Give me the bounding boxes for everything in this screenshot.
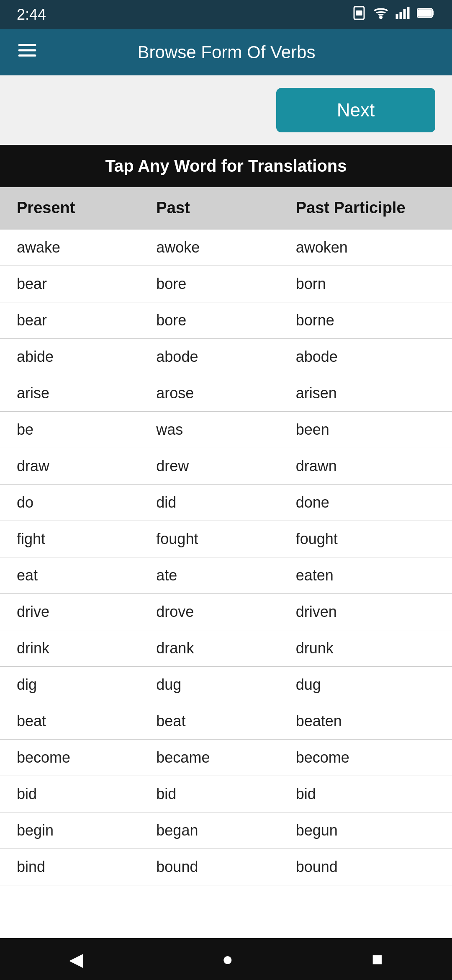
cell-participle: fought	[296, 530, 435, 548]
cell-participle: borne	[296, 312, 435, 329]
cell-present: bear	[17, 312, 156, 329]
table-row[interactable]: drawdrewdrawn	[0, 448, 452, 485]
svg-rect-1	[356, 10, 362, 15]
table-row[interactable]: beatbeatbeaten	[0, 703, 452, 740]
cell-participle: been	[296, 421, 435, 438]
cell-past: drew	[156, 457, 295, 475]
cell-present: begin	[17, 822, 156, 839]
cell-past: ate	[156, 567, 295, 584]
cell-present: draw	[17, 457, 156, 475]
table-row[interactable]: becomebecamebecome	[0, 740, 452, 776]
back-button[interactable]: ◀	[44, 944, 108, 974]
table-row[interactable]: digdugdug	[0, 667, 452, 703]
cell-participle: born	[296, 275, 435, 293]
cell-present: bid	[17, 785, 156, 803]
cell-participle: eaten	[296, 567, 435, 584]
cell-present: become	[17, 749, 156, 766]
page-title: Browse Form Of Verbs	[50, 42, 403, 62]
cell-past: beat	[156, 712, 295, 730]
cell-past: dug	[156, 676, 295, 694]
cell-past: abode	[156, 348, 295, 366]
cell-present: dig	[17, 676, 156, 694]
cell-present: eat	[17, 567, 156, 584]
cell-past: became	[156, 749, 295, 766]
table-row[interactable]: bearboreborn	[0, 266, 452, 302]
col-past: Past	[156, 199, 295, 217]
bottom-nav: ◀ ● ■	[0, 938, 452, 980]
table-row[interactable]: bidbidbid	[0, 776, 452, 812]
table-row[interactable]: drivedrovedriven	[0, 594, 452, 630]
cell-present: arise	[17, 384, 156, 402]
cell-participle: drunk	[296, 640, 435, 657]
cell-past: bound	[156, 858, 295, 876]
cell-participle: done	[296, 494, 435, 511]
svg-rect-4	[400, 12, 402, 19]
cell-past: was	[156, 421, 295, 438]
wifi-icon	[373, 5, 388, 24]
col-present: Present	[17, 199, 156, 217]
status-icons	[352, 5, 435, 24]
next-area: Next	[0, 75, 452, 145]
svg-rect-8	[419, 10, 431, 16]
app-header: Browse Form Of Verbs	[0, 29, 452, 75]
cell-present: be	[17, 421, 156, 438]
verb-table: awakeawokeawokenbearborebornbearboreborn…	[0, 230, 452, 938]
cell-past: fought	[156, 530, 295, 548]
cell-past: bid	[156, 785, 295, 803]
status-time: 2:44	[17, 6, 46, 23]
table-header: Present Past Past Participle	[0, 187, 452, 230]
cell-past: awoke	[156, 239, 295, 256]
table-row[interactable]: drinkdrankdrunk	[0, 630, 452, 667]
cell-participle: awoken	[296, 239, 435, 256]
table-row[interactable]: awakeawokeawoken	[0, 230, 452, 266]
cell-participle: bid	[296, 785, 435, 803]
menu-icon[interactable]	[17, 40, 38, 65]
cell-participle: begun	[296, 822, 435, 839]
cell-present: bear	[17, 275, 156, 293]
cell-past: drank	[156, 640, 295, 657]
cell-present: awake	[17, 239, 156, 256]
cell-past: began	[156, 822, 295, 839]
svg-point-2	[380, 16, 382, 18]
cell-past: did	[156, 494, 295, 511]
cell-participle: bound	[296, 858, 435, 876]
tap-banner: Tap Any Word for Translations	[0, 145, 452, 187]
cell-past: bore	[156, 312, 295, 329]
cell-participle: drawn	[296, 457, 435, 475]
cell-present: abide	[17, 348, 156, 366]
battery-icon	[417, 5, 435, 24]
cell-participle: arisen	[296, 384, 435, 402]
cell-present: do	[17, 494, 156, 511]
cell-participle: become	[296, 749, 435, 766]
cell-present: beat	[17, 712, 156, 730]
cell-present: drive	[17, 603, 156, 621]
status-bar: 2:44	[0, 0, 452, 29]
next-button[interactable]: Next	[276, 88, 435, 132]
cell-participle: beaten	[296, 712, 435, 730]
cell-present: bind	[17, 858, 156, 876]
table-row[interactable]: fightfoughtfought	[0, 521, 452, 557]
svg-rect-6	[407, 7, 410, 19]
col-participle: Past Participle	[296, 199, 435, 217]
cell-past: bore	[156, 275, 295, 293]
svg-rect-5	[403, 9, 406, 19]
recents-button[interactable]: ■	[347, 944, 408, 974]
signal-icon	[395, 5, 410, 24]
cell-participle: abode	[296, 348, 435, 366]
table-row[interactable]: arisearosearisen	[0, 375, 452, 412]
cell-present: drink	[17, 640, 156, 657]
home-button[interactable]: ●	[197, 944, 258, 974]
table-row[interactable]: bindboundbound	[0, 849, 452, 885]
cell-participle: dug	[296, 676, 435, 694]
cell-past: arose	[156, 384, 295, 402]
table-row[interactable]: abideabodeabode	[0, 339, 452, 375]
table-row[interactable]: dodiddone	[0, 485, 452, 521]
sim-icon	[352, 5, 367, 24]
table-row[interactable]: bearboreborne	[0, 302, 452, 339]
cell-past: drove	[156, 603, 295, 621]
table-row[interactable]: beginbeganbegun	[0, 812, 452, 849]
cell-present: fight	[17, 530, 156, 548]
table-row[interactable]: bewasbeen	[0, 412, 452, 448]
cell-participle: driven	[296, 603, 435, 621]
table-row[interactable]: eatateeaten	[0, 557, 452, 594]
